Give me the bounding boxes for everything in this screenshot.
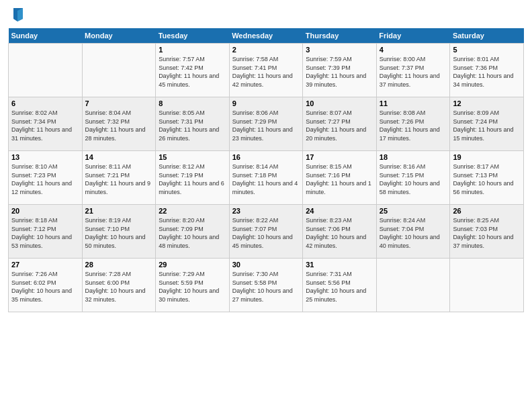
day-number: 18 — [380, 153, 447, 161]
day-detail: Sunrise: 8:06 AM Sunset: 7:29 PM Dayligh… — [232, 109, 300, 142]
week-row-3: 13Sunrise: 8:10 AM Sunset: 7:23 PM Dayli… — [9, 151, 524, 205]
calendar-cell: 15Sunrise: 8:12 AM Sunset: 7:19 PM Dayli… — [156, 151, 230, 205]
calendar-cell: 9Sunrise: 8:06 AM Sunset: 7:29 PM Daylig… — [229, 97, 303, 151]
calendar-cell: 4Sunrise: 8:00 AM Sunset: 7:37 PM Daylig… — [376, 44, 450, 97]
day-header-friday: Friday — [376, 28, 450, 44]
day-detail: Sunrise: 8:18 AM Sunset: 7:12 PM Dayligh… — [11, 216, 79, 250]
day-number: 13 — [11, 153, 79, 161]
day-number: 12 — [453, 99, 521, 107]
calendar-cell: 1Sunrise: 7:57 AM Sunset: 7:42 PM Daylig… — [156, 44, 230, 97]
calendar-cell: 12Sunrise: 8:09 AM Sunset: 7:24 PM Dayli… — [450, 97, 524, 151]
day-detail: Sunrise: 8:08 AM Sunset: 7:26 PM Dayligh… — [380, 109, 447, 142]
day-number: 25 — [380, 207, 447, 215]
calendar-cell — [9, 44, 83, 97]
calendar-cell: 6Sunrise: 8:02 AM Sunset: 7:34 PM Daylig… — [9, 97, 83, 151]
calendar-cell: 21Sunrise: 8:19 AM Sunset: 7:10 PM Dayli… — [82, 205, 156, 259]
calendar-cell: 14Sunrise: 8:11 AM Sunset: 7:21 PM Dayli… — [82, 151, 156, 205]
calendar-cell: 19Sunrise: 8:17 AM Sunset: 7:13 PM Dayli… — [450, 151, 524, 205]
day-detail: Sunrise: 8:00 AM Sunset: 7:37 PM Dayligh… — [380, 55, 447, 89]
calendar-cell: 22Sunrise: 8:20 AM Sunset: 7:09 PM Dayli… — [156, 205, 230, 259]
calendar-cell: 31Sunrise: 7:31 AM Sunset: 5:56 PM Dayli… — [303, 259, 377, 312]
day-number: 22 — [159, 207, 226, 215]
calendar-cell: 5Sunrise: 8:01 AM Sunset: 7:36 PM Daylig… — [450, 44, 524, 97]
calendar-cell: 24Sunrise: 8:23 AM Sunset: 7:06 PM Dayli… — [303, 205, 377, 259]
day-detail: Sunrise: 8:23 AM Sunset: 7:06 PM Dayligh… — [306, 216, 373, 250]
calendar-cell: 28Sunrise: 7:28 AM Sunset: 6:00 PM Dayli… — [82, 259, 156, 312]
calendar-cell: 3Sunrise: 7:59 AM Sunset: 7:39 PM Daylig… — [303, 44, 377, 97]
day-number: 14 — [85, 153, 153, 161]
calendar-cell: 23Sunrise: 8:22 AM Sunset: 7:07 PM Dayli… — [229, 205, 303, 259]
day-number: 5 — [453, 46, 521, 54]
day-detail: Sunrise: 8:05 AM Sunset: 7:31 PM Dayligh… — [159, 109, 226, 142]
day-number: 26 — [453, 207, 521, 215]
calendar-cell: 25Sunrise: 8:24 AM Sunset: 7:04 PM Dayli… — [376, 205, 450, 259]
day-number: 17 — [306, 153, 373, 161]
page-container: SundayMondayTuesdayWednesdayThursdayFrid… — [0, 0, 532, 319]
day-detail: Sunrise: 8:11 AM Sunset: 7:21 PM Dayligh… — [85, 163, 153, 196]
day-detail: Sunrise: 8:12 AM Sunset: 7:19 PM Dayligh… — [159, 163, 226, 196]
week-row-5: 27Sunrise: 7:26 AM Sunset: 6:02 PM Dayli… — [9, 259, 524, 312]
day-header-tuesday: Tuesday — [156, 28, 230, 44]
day-detail: Sunrise: 8:20 AM Sunset: 7:09 PM Dayligh… — [159, 216, 226, 250]
calendar-cell: 17Sunrise: 8:15 AM Sunset: 7:16 PM Dayli… — [303, 151, 377, 205]
day-number: 23 — [232, 207, 300, 215]
day-detail: Sunrise: 8:02 AM Sunset: 7:34 PM Dayligh… — [11, 109, 79, 142]
day-detail: Sunrise: 8:07 AM Sunset: 7:27 PM Dayligh… — [306, 109, 373, 142]
day-number: 19 — [453, 153, 521, 161]
day-detail: Sunrise: 8:15 AM Sunset: 7:16 PM Dayligh… — [306, 163, 373, 196]
day-number: 28 — [85, 261, 153, 269]
calendar-cell: 11Sunrise: 8:08 AM Sunset: 7:26 PM Dayli… — [376, 97, 450, 151]
day-detail: Sunrise: 7:59 AM Sunset: 7:39 PM Dayligh… — [306, 55, 373, 89]
calendar-cell: 8Sunrise: 8:05 AM Sunset: 7:31 PM Daylig… — [156, 97, 230, 151]
week-row-2: 6Sunrise: 8:02 AM Sunset: 7:34 PM Daylig… — [9, 97, 524, 151]
day-detail: Sunrise: 8:25 AM Sunset: 7:03 PM Dayligh… — [453, 216, 521, 250]
day-detail: Sunrise: 8:17 AM Sunset: 7:13 PM Dayligh… — [453, 163, 521, 196]
day-detail: Sunrise: 7:31 AM Sunset: 5:56 PM Dayligh… — [306, 270, 373, 304]
calendar-cell: 7Sunrise: 8:04 AM Sunset: 7:32 PM Daylig… — [82, 97, 156, 151]
calendar-cell: 18Sunrise: 8:16 AM Sunset: 7:15 PM Dayli… — [376, 151, 450, 205]
day-number: 10 — [306, 99, 373, 107]
day-detail: Sunrise: 7:28 AM Sunset: 6:00 PM Dayligh… — [85, 270, 153, 304]
calendar-cell: 30Sunrise: 7:30 AM Sunset: 5:58 PM Dayli… — [229, 259, 303, 312]
day-header-thursday: Thursday — [303, 28, 377, 44]
day-detail: Sunrise: 8:16 AM Sunset: 7:15 PM Dayligh… — [380, 163, 447, 196]
day-number: 4 — [380, 46, 447, 54]
day-detail: Sunrise: 8:24 AM Sunset: 7:04 PM Dayligh… — [380, 216, 447, 250]
day-header-sunday: Sunday — [9, 28, 83, 44]
day-number: 1 — [159, 46, 226, 54]
day-detail: Sunrise: 8:01 AM Sunset: 7:36 PM Dayligh… — [453, 55, 521, 89]
week-row-4: 20Sunrise: 8:18 AM Sunset: 7:12 PM Dayli… — [9, 205, 524, 259]
day-number: 27 — [11, 261, 79, 269]
calendar-cell: 13Sunrise: 8:10 AM Sunset: 7:23 PM Dayli… — [9, 151, 83, 205]
week-row-1: 1Sunrise: 7:57 AM Sunset: 7:42 PM Daylig… — [9, 44, 524, 97]
day-detail: Sunrise: 7:30 AM Sunset: 5:58 PM Dayligh… — [232, 270, 300, 304]
day-number: 21 — [85, 207, 153, 215]
day-number: 31 — [306, 261, 373, 269]
day-detail: Sunrise: 8:22 AM Sunset: 7:07 PM Dayligh… — [232, 216, 300, 250]
day-detail: Sunrise: 8:04 AM Sunset: 7:32 PM Dayligh… — [85, 109, 153, 142]
day-number: 24 — [306, 207, 373, 215]
calendar-table: SundayMondayTuesdayWednesdayThursdayFrid… — [8, 28, 524, 312]
day-detail: Sunrise: 8:10 AM Sunset: 7:23 PM Dayligh… — [11, 163, 79, 196]
day-number: 2 — [232, 46, 300, 54]
calendar-cell — [376, 259, 450, 312]
day-detail: Sunrise: 7:26 AM Sunset: 6:02 PM Dayligh… — [11, 270, 79, 304]
logo-icon — [11, 7, 24, 23]
day-number: 3 — [306, 46, 373, 54]
day-number: 20 — [11, 207, 79, 215]
day-header-wednesday: Wednesday — [229, 28, 303, 44]
day-number: 30 — [232, 261, 300, 269]
day-number: 15 — [159, 153, 226, 161]
day-number: 16 — [232, 153, 300, 161]
day-number: 29 — [159, 261, 226, 269]
calendar-cell: 16Sunrise: 8:14 AM Sunset: 7:18 PM Dayli… — [229, 151, 303, 205]
day-header-monday: Monday — [82, 28, 156, 44]
calendar-cell: 2Sunrise: 7:58 AM Sunset: 7:41 PM Daylig… — [229, 44, 303, 97]
calendar-cell: 10Sunrise: 8:07 AM Sunset: 7:27 PM Dayli… — [303, 97, 377, 151]
header — [8, 7, 524, 23]
calendar-cell: 26Sunrise: 8:25 AM Sunset: 7:03 PM Dayli… — [450, 205, 524, 259]
calendar-cell — [82, 44, 156, 97]
logo — [8, 7, 24, 23]
day-number: 6 — [11, 99, 79, 107]
calendar-cell: 29Sunrise: 7:29 AM Sunset: 5:59 PM Dayli… — [156, 259, 230, 312]
